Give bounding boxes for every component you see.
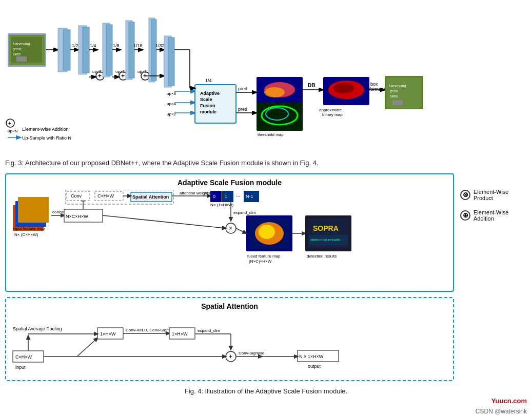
svg-text:Scale: Scale [200,97,212,102]
svg-text:Up-Sample with Ratio N: Up-Sample with Ratio N [22,135,71,141]
svg-text:Conv: Conv [71,193,82,199]
svg-text:+: + [8,121,11,126]
svg-text:pred: pred [238,107,247,112]
watermark: Yuucn.com [491,397,527,405]
svg-text:detection results: detection results [310,237,340,242]
svg-text:1/32: 1/32 [155,43,165,48]
svg-text:up×2: up×2 [137,69,147,74]
svg-point-76 [333,83,354,93]
svg-text:1/2: 1/2 [72,43,78,48]
svg-rect-21 [106,25,112,75]
sa-container: Spatial Attention C×H×W input Spatial Av… [5,297,454,381]
svg-text:N-1: N-1 [246,194,253,199]
legend-addition: ⊕ Element-Wise Addition [460,209,527,222]
svg-text:SOPRA: SOPRA [313,224,339,232]
svg-line-146 [77,338,97,356]
svg-text:0: 0 [213,194,215,199]
svg-text:N×C×H×W: N×C×H×W [66,214,88,219]
svg-text:up×N: up×N [8,129,18,133]
left-diagrams: Adaptive Scale Fusion module [5,173,454,381]
svg-text:1/8: 1/8 [113,43,120,48]
svg-text:1/16: 1/16 [133,43,143,48]
svg-text:fused feature map: fused feature map [247,254,281,259]
svg-line-134 [236,228,246,233]
svg-text:skills: skills [390,94,398,98]
multiply-icon: ⊗ [460,190,470,200]
svg-text:Fusion: Fusion [200,103,215,108]
legend-addition-label: Element-Wise Addition [474,209,527,222]
right-legend: ⊗ Element-Wise Product ⊕ Element-Wise Ad… [460,173,527,222]
svg-rect-96 [18,197,49,223]
svg-rect-115 [210,191,222,202]
asfm-container: Adaptive Scale Fusion module [5,173,454,292]
svg-rect-10 [63,30,70,70]
top-diagram: Harvesting great skills 1/2 1/4 + up×2 [5,5,527,154]
svg-rect-87 [392,100,403,105]
attribution-row: Yuucn.com [5,397,527,405]
svg-text:···: ··· [236,193,240,199]
svg-text:N × 1×H×W: N × 1×H×W [299,354,324,359]
svg-point-131 [259,225,275,239]
svg-text:detection results: detection results [307,254,337,259]
svg-text:threshold map: threshold map [258,132,284,137]
svg-text:1×H×W: 1×H×W [172,331,188,336]
sa-svg: C×H×W input Spatial Average Pooling 1×H×… [10,312,431,374]
svg-text:skills: skills [13,52,21,56]
svg-text:approximate: approximate [319,108,342,112]
svg-text:module: module [200,109,216,114]
svg-text:box: box [370,82,378,87]
svg-text:1×H×W: 1×H×W [100,331,116,336]
svg-text:1: 1 [225,194,227,199]
svg-text:N× (1×H×W): N× (1×H×W) [210,203,233,207]
svg-text:great: great [13,47,22,51]
svg-text:Conv-ReLU, Conv-Sigmoid: Conv-ReLU, Conv-Sigmoid [126,328,175,332]
svg-text:Adaptive: Adaptive [200,91,220,96]
csdn-label: CSDN @watersink [476,408,527,415]
svg-text:Spatial Average Pooling: Spatial Average Pooling [13,326,62,331]
svg-text:expand_dim: expand_dim [198,328,220,333]
svg-rect-14 [83,27,89,73]
lower-section: Adaptive Scale Fusion module [5,173,527,381]
svg-text:expand_dim: expand_dim [233,210,256,215]
svg-text:concat: concat [52,210,65,214]
architecture-svg: Harvesting great skills 1/2 1/4 + up×2 [5,5,523,151]
svg-text:N× (C×H×W): N× (C×H×W) [14,232,38,237]
legend-product: ⊗ Element-Wise Product [460,189,527,201]
svg-text:binary map: binary map [322,112,343,117]
svg-text:1/4: 1/4 [90,43,96,48]
svg-text:Harvesting: Harvesting [13,42,30,46]
fig4-caption: Fig. 4: Illustration of the Adaptive Sca… [5,387,527,395]
svg-text:pred: pred [238,86,247,91]
asfm-svg: input feature map N× (C×H×W) concat N×C×… [10,190,431,285]
svg-line-127 [103,215,226,228]
svg-text:great: great [390,89,399,93]
svg-text:Element-Wise Addition: Element-Wise Addition [22,127,69,132]
svg-rect-28 [129,22,134,78]
svg-text:up×2: up×2 [92,69,102,74]
svg-text:attention weights: attention weights [180,191,210,195]
fig3-caption: Fig. 3: Architecture of our proposed DBN… [5,158,527,168]
plus-icon: ⊕ [460,210,470,221]
svg-rect-43 [168,37,174,86]
svg-rect-7 [16,56,27,62]
svg-text:up×2: up×2 [115,69,125,74]
svg-text:input: input [15,365,26,370]
svg-text:Spatial Attention: Spatial Attention [132,194,169,200]
legend-product-label: Element-Wise Product [474,189,527,201]
svg-text:DB: DB [308,83,315,88]
svg-text:C×H×W: C×H×W [97,193,114,199]
svg-rect-117 [222,191,233,202]
sa-title: Spatial Attention [10,302,449,310]
csdn-row: CSDN @watersink [5,407,527,415]
svg-text:up×8: up×8 [167,91,176,96]
svg-text:C×H×W: C×H×W [15,354,32,360]
svg-text:Conv-Sigmoid: Conv-Sigmoid [239,351,264,355]
svg-text:+: + [229,353,232,360]
svg-point-66 [264,87,285,97]
asfm-title: Adaptive Scale Fusion module [10,179,449,187]
svg-rect-35 [151,19,156,81]
page-container: Harvesting great skills 1/2 1/4 + up×2 [5,5,527,415]
bottom-row: Fig. 4: Illustration of the Adaptive Sca… [5,383,527,395]
svg-text:input feature map: input feature map [13,226,45,231]
svg-text:1/4: 1/4 [205,78,212,83]
